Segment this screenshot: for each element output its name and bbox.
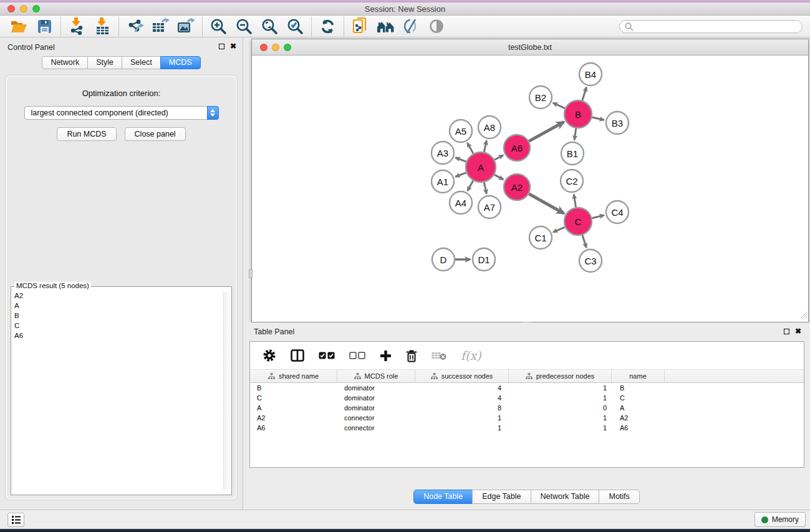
clone-network-icon[interactable] (347, 17, 373, 36)
table-cell[interactable]: 0 (509, 404, 612, 412)
edge-A-A6[interactable] (494, 155, 503, 160)
scrollbar[interactable] (223, 292, 230, 490)
table-cell[interactable]: A (612, 404, 665, 412)
export-image-icon[interactable] (173, 17, 199, 36)
edge-C-C1[interactable] (553, 227, 565, 232)
column-header-successor-nodes[interactable]: successor nodes (415, 370, 509, 382)
edge-A-A2[interactable] (494, 175, 503, 180)
float-panel-icon[interactable] (219, 44, 224, 49)
tab-network-table[interactable]: Network Table (531, 490, 600, 504)
export-table-icon[interactable] (148, 17, 173, 36)
table-row[interactable]: Cdominator41C (250, 393, 804, 403)
table-cell[interactable]: connector (337, 414, 415, 422)
deselect-all-columns-icon[interactable] (349, 352, 365, 359)
add-column-icon[interactable] (380, 350, 392, 362)
tab-select[interactable]: Select (122, 56, 161, 69)
export-network-icon[interactable] (122, 17, 148, 36)
column-view-icon[interactable] (291, 349, 304, 362)
show-graphics-details-icon[interactable] (424, 17, 450, 36)
network-canvas[interactable]: B4B2BB3A8A5A6A3B1AC2A1A2A4A7C4CC1C3DD1 (252, 56, 808, 322)
table-cell[interactable]: C (250, 394, 337, 402)
table-cell[interactable]: A2 (250, 414, 337, 422)
criterion-dropdown[interactable]: largest connected component (directed) (24, 106, 219, 120)
column-header-predecessor-nodes[interactable]: predecessor nodes (509, 370, 612, 382)
table-cell[interactable]: connector (337, 424, 415, 432)
network-minimize-button[interactable] (272, 44, 279, 51)
close-window-button[interactable] (7, 5, 15, 12)
table-cell[interactable]: dominator (337, 384, 415, 392)
zoom-selected-icon[interactable] (282, 17, 308, 36)
edge-A2-C[interactable] (529, 194, 564, 214)
edge-B-B1[interactable] (574, 128, 576, 140)
delete-column-icon[interactable] (406, 349, 417, 362)
edge-A-A5[interactable] (468, 143, 473, 153)
mcds-result-item[interactable]: A2 (14, 291, 231, 301)
network-zoom-button[interactable] (284, 44, 291, 51)
save-session-icon[interactable] (32, 17, 57, 36)
zoom-window-button[interactable] (32, 5, 40, 12)
edge-C-C3[interactable] (582, 235, 586, 248)
hide-graphics-details-icon[interactable] (398, 17, 424, 36)
table-cell[interactable]: A (250, 404, 337, 412)
import-table-icon[interactable] (90, 17, 115, 36)
table-cell[interactable]: 1 (509, 394, 612, 402)
minimize-window-button[interactable] (20, 5, 27, 12)
table-cell[interactable]: 1 (509, 384, 612, 392)
select-all-columns-icon[interactable] (319, 352, 335, 359)
table-cell[interactable]: 1 (509, 424, 612, 432)
network-window-titlebar[interactable]: testGlobe.txt (252, 39, 808, 56)
tab-edge-table[interactable]: Edge Table (472, 490, 531, 504)
edge-A-A3[interactable] (456, 158, 466, 162)
table-row[interactable]: A2connector11A2 (250, 413, 804, 423)
zoom-in-icon[interactable] (206, 17, 231, 36)
close-panel-button[interactable]: Close panel (125, 127, 186, 141)
table-cell[interactable]: B (250, 384, 337, 392)
run-mcds-button[interactable]: Run MCDS (57, 127, 116, 141)
tab-style[interactable]: Style (87, 56, 122, 69)
network-close-button[interactable] (260, 44, 268, 51)
mcds-result-list[interactable]: A2ABCA6 (11, 287, 231, 341)
close-table-panel-icon[interactable]: ✖ (795, 328, 801, 334)
float-table-panel-icon[interactable] (784, 329, 789, 334)
table-cell[interactable]: dominator (337, 404, 415, 412)
table-cell[interactable]: 1 (509, 414, 612, 422)
edge-C-C4[interactable] (592, 215, 604, 218)
mcds-result-item[interactable]: C (14, 321, 231, 331)
table-cell[interactable]: A2 (612, 414, 665, 422)
edge-A-A8[interactable] (484, 140, 486, 152)
mcds-result-item[interactable]: A (14, 301, 231, 311)
column-header-name[interactable]: name (612, 370, 665, 382)
function-builder-icon[interactable]: f(x) (461, 349, 481, 362)
zoom-out-icon[interactable] (231, 17, 257, 36)
table-cell[interactable]: 4 (415, 384, 509, 392)
mcds-result-item[interactable]: A6 (14, 331, 231, 341)
zoom-fit-icon[interactable] (257, 17, 282, 36)
table-cell[interactable]: 8 (415, 404, 509, 412)
tab-mcds[interactable]: MCDS (160, 56, 201, 69)
table-cell[interactable]: B (612, 384, 665, 392)
home-icon[interactable] (373, 17, 398, 36)
task-history-button[interactable] (7, 513, 24, 527)
table-row[interactable]: Adominator80A (250, 403, 804, 413)
column-header-shared-name[interactable]: shared name (250, 370, 337, 382)
tab-motifs[interactable]: Motifs (599, 490, 639, 504)
edge-A-A7[interactable] (484, 182, 486, 193)
edge-C-C2[interactable] (574, 195, 576, 208)
search-input[interactable] (619, 20, 803, 33)
import-network-icon[interactable] (64, 17, 90, 36)
edge-B-B3[interactable] (592, 117, 604, 120)
settings-gear-icon[interactable] (263, 349, 276, 362)
memory-button[interactable]: Memory (755, 512, 806, 527)
table-row[interactable]: Bdominator41B (250, 383, 804, 393)
close-panel-icon[interactable]: ✖ (230, 43, 236, 49)
refresh-icon[interactable] (315, 17, 340, 36)
tab-node-table[interactable]: Node Table (413, 490, 473, 504)
table-cell[interactable]: 1 (415, 424, 509, 432)
column-header-MCDS-role[interactable]: MCDS role (337, 370, 415, 382)
table-cell[interactable]: dominator (337, 394, 415, 402)
edge-A-A4[interactable] (468, 181, 473, 191)
splitter-handle[interactable] (249, 269, 253, 278)
resize-grip-icon[interactable] (800, 310, 808, 321)
edge-A6-B[interactable] (529, 122, 564, 142)
table-cell[interactable]: A6 (250, 424, 337, 432)
